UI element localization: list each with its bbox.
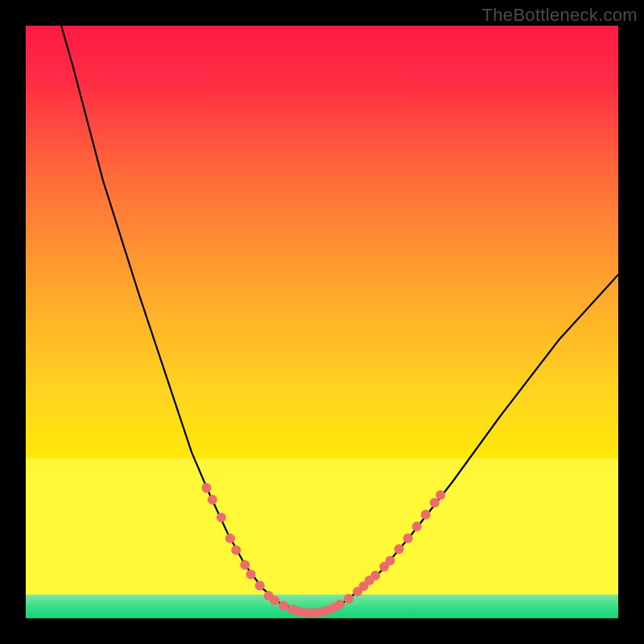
- chart-frame: TheBottleneck.com: [0, 0, 644, 644]
- data-marker: [370, 571, 380, 580]
- data-marker: [201, 483, 211, 493]
- data-marker: [231, 545, 241, 555]
- data-marker: [394, 544, 404, 554]
- plot-area: [26, 26, 618, 618]
- data-marker: [412, 522, 422, 531]
- data-marker: [436, 490, 445, 500]
- data-marker: [421, 510, 431, 519]
- watermark-text: TheBottleneck.com: [482, 5, 638, 26]
- data-marker: [246, 570, 256, 580]
- data-marker: [225, 534, 235, 543]
- data-marker: [344, 594, 353, 604]
- data-marker: [430, 497, 440, 507]
- data-marker: [386, 556, 395, 566]
- data-marker: [240, 560, 250, 570]
- data-marker: [255, 581, 265, 591]
- bottleneck-curve-chart: [26, 26, 618, 618]
- data-marker: [279, 601, 288, 611]
- data-marker: [270, 596, 279, 605]
- data-marker: [217, 513, 226, 522]
- data-marker: [335, 600, 345, 609]
- data-marker: [208, 495, 217, 505]
- data-marker: [403, 534, 413, 543]
- lower-band-highlight: [26, 458, 618, 618]
